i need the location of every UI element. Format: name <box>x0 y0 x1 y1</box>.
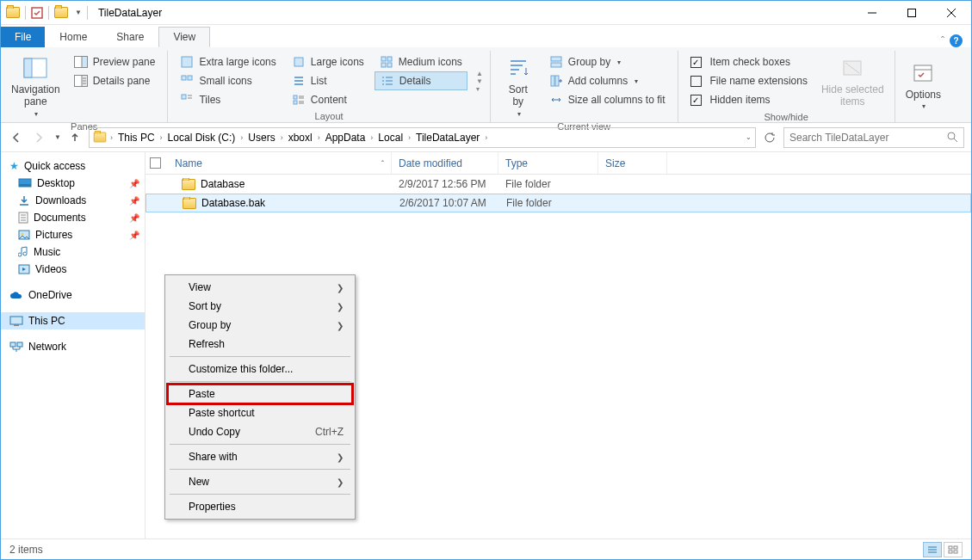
column-headers[interactable]: Nameˆ Date modified Type Size <box>145 152 971 175</box>
ctx-groupby[interactable]: Group by❯ <box>168 316 352 335</box>
sidebar-onedrive[interactable]: OneDrive <box>1 286 145 304</box>
svg-rect-12 <box>294 58 303 66</box>
sidebar-network[interactable]: Network <box>1 338 145 355</box>
svg-rect-19 <box>551 57 561 61</box>
file-row[interactable]: Database.bak 2/6/2017 10:07 AM File fold… <box>145 194 971 212</box>
breadcrumb-item[interactable]: This PC <box>116 132 157 144</box>
ribbon-collapse-icon[interactable]: ˆ <box>941 35 944 47</box>
back-button[interactable] <box>8 129 25 146</box>
tab-share[interactable]: Share <box>102 27 158 47</box>
sidebar-item-videos[interactable]: Videos <box>1 261 145 278</box>
minimize-button[interactable] <box>852 1 892 25</box>
select-all-checkbox[interactable] <box>150 157 161 169</box>
tab-home[interactable]: Home <box>45 27 102 47</box>
col-size[interactable]: Size <box>598 152 667 174</box>
layout-large[interactable]: Large icons <box>287 52 369 71</box>
navigation-pane-button[interactable]: Navigation pane▾ <box>8 52 64 120</box>
col-date[interactable]: Date modified <box>392 152 498 174</box>
sidebar-this-pc[interactable]: This PC <box>1 312 145 329</box>
view-details-toggle[interactable] <box>923 542 942 557</box>
check-hidden[interactable]: Hidden items <box>685 90 813 109</box>
col-type[interactable]: Type <box>498 152 598 174</box>
details-icon <box>381 74 394 88</box>
chevron-icon[interactable]: › <box>108 133 115 142</box>
close-button[interactable] <box>932 1 971 25</box>
app-icon <box>6 7 20 18</box>
sidebar-item-pictures[interactable]: Pictures📌 <box>1 226 145 243</box>
history-dropdown[interactable]: ▼ <box>54 133 61 141</box>
ctx-new[interactable]: New❯ <box>168 472 352 491</box>
chevron-icon[interactable]: › <box>158 133 164 142</box>
breadcrumb-item[interactable]: Users <box>246 132 276 144</box>
breadcrumb-item[interactable]: TileDataLayer <box>414 132 481 144</box>
tiles-icon <box>180 93 194 107</box>
up-button[interactable] <box>66 129 84 146</box>
ctx-sortby[interactable]: Sort by❯ <box>168 297 352 316</box>
sidebar-item-music[interactable]: Music <box>1 243 145 261</box>
ctx-view[interactable]: View❯ <box>168 278 352 297</box>
qat-dropdown-icon[interactable]: ▼ <box>75 9 82 16</box>
maximize-button[interactable] <box>892 1 932 25</box>
sidebar-quick-access[interactable]: ★Quick access <box>1 157 145 175</box>
forward-button[interactable] <box>30 129 47 146</box>
breadcrumb-item[interactable]: AppData <box>324 132 368 144</box>
chevron-icon[interactable]: › <box>279 133 285 142</box>
breadcrumb-item[interactable]: Local <box>376 132 405 144</box>
layout-list[interactable]: List <box>287 71 369 90</box>
view-icons-toggle[interactable] <box>944 542 963 557</box>
sidebar-item-desktop[interactable]: Desktop📌 <box>1 175 145 192</box>
hide-selected-button[interactable]: Hide selected items <box>818 52 888 110</box>
layout-tiles[interactable]: Tiles <box>175 90 281 109</box>
address-dropdown[interactable]: ⌄ <box>746 133 752 141</box>
col-name[interactable]: Nameˆ <box>168 152 392 174</box>
details-pane-button[interactable]: Details pane <box>69 71 161 90</box>
separator <box>170 494 350 495</box>
layout-medium[interactable]: Medium icons <box>375 52 467 71</box>
breadcrumb-item[interactable]: xboxl <box>287 132 314 144</box>
check-item-checkboxes[interactable]: Item check boxes <box>685 52 813 71</box>
add-columns-button[interactable]: Add columns▾ <box>544 71 671 90</box>
svg-point-30 <box>22 233 24 236</box>
options-button[interactable]: Options▾ <box>902 52 944 117</box>
tab-file[interactable]: File <box>1 27 45 47</box>
chevron-icon[interactable]: › <box>316 133 322 142</box>
refresh-button[interactable] <box>761 129 778 146</box>
help-icon[interactable]: ? <box>950 34 963 47</box>
qat-newfolder-icon[interactable] <box>54 7 68 18</box>
preview-pane-button[interactable]: Preview pane <box>69 52 161 71</box>
svg-rect-36 <box>949 546 952 549</box>
ctx-undo[interactable]: Undo CopyCtrl+Z <box>168 422 352 441</box>
ctx-refresh[interactable]: Refresh <box>168 335 352 354</box>
status-bar: 2 items <box>1 538 971 559</box>
sidebar-item-downloads[interactable]: Downloads📌 <box>1 192 145 209</box>
chevron-icon[interactable]: › <box>483 133 489 142</box>
layout-details[interactable]: Details <box>375 71 467 90</box>
layout-xlarge[interactable]: Extra large icons <box>175 52 281 71</box>
sort-indicator-icon: ˆ <box>381 159 384 168</box>
ctx-paste[interactable]: Paste <box>168 385 352 403</box>
ctx-paste-shortcut[interactable]: Paste shortcut <box>168 403 352 422</box>
ctx-share-with[interactable]: Share with❯ <box>168 447 352 466</box>
layout-scroll-down[interactable]: ▼ <box>476 77 483 85</box>
address-bar[interactable]: › This PC› Local Disk (C:)› Users› xboxl… <box>89 127 756 148</box>
group-by-button[interactable]: Group by▾ <box>544 52 671 71</box>
file-row[interactable]: Database 2/9/2017 12:56 PM File folder <box>145 175 971 194</box>
layout-scroll-up[interactable]: ▲ <box>476 70 483 77</box>
search-input[interactable]: Search TileDataLayer <box>783 127 964 148</box>
chevron-icon[interactable]: › <box>238 133 245 142</box>
qat-properties-icon[interactable] <box>31 7 43 19</box>
sort-by-button[interactable]: Sort by▾ <box>498 52 539 120</box>
layout-small[interactable]: Small icons <box>175 71 281 90</box>
chevron-icon[interactable]: › <box>368 133 375 142</box>
tab-view[interactable]: View <box>158 27 210 47</box>
check-extensions[interactable]: File name extensions <box>685 71 813 90</box>
size-columns-button[interactable]: Size all columns to fit <box>544 90 671 109</box>
ctx-properties[interactable]: Properties <box>168 497 352 516</box>
breadcrumb-item[interactable]: Local Disk (C:) <box>166 132 238 144</box>
sidebar-item-documents[interactable]: Documents📌 <box>1 209 145 226</box>
layout-expand[interactable]: ▾ <box>476 85 483 93</box>
layout-content[interactable]: Content <box>287 90 369 109</box>
videos-icon <box>18 264 30 274</box>
ctx-customize[interactable]: Customize this folder... <box>168 360 352 378</box>
chevron-icon[interactable]: › <box>406 133 412 142</box>
